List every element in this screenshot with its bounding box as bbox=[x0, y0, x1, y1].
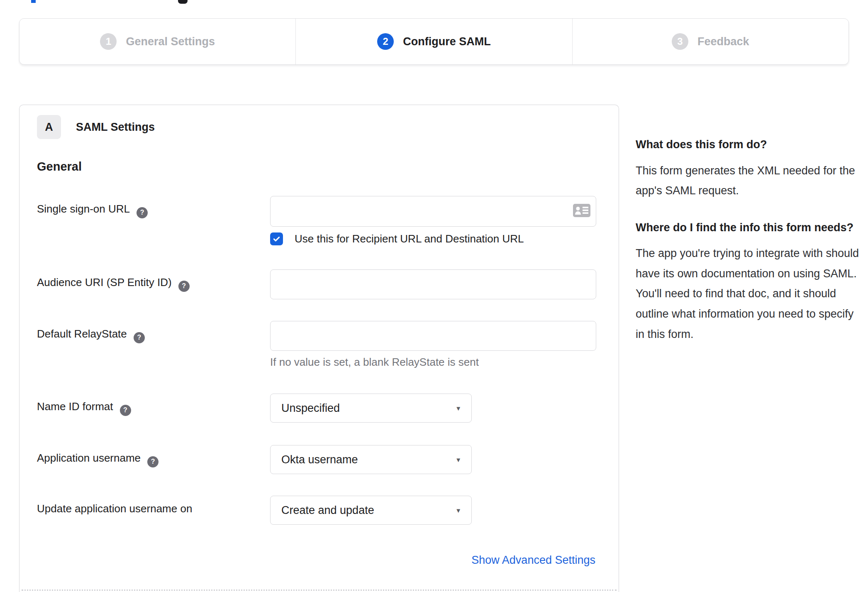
step-3-number-badge: 3 bbox=[672, 33, 688, 50]
setup-wizard-stepper: 1 General Settings 2 Configure SAML 3 Fe… bbox=[19, 18, 849, 65]
updateuser-label-col: Update application username on bbox=[37, 496, 270, 525]
audience-label-col: Audience URI (SP Entity ID)? bbox=[37, 269, 270, 299]
relay-label-col: Default RelayState? bbox=[37, 321, 270, 369]
update-app-username-select[interactable]: Create and update ▼ bbox=[270, 496, 472, 525]
sidebar-qa-2: Where do I find the info this form needs… bbox=[636, 219, 859, 344]
sso-url-input[interactable] bbox=[270, 196, 596, 227]
update-app-username-value: Create and update bbox=[281, 504, 455, 517]
step-general-settings[interactable]: 1 General Settings bbox=[20, 19, 295, 64]
chevron-down-icon: ▼ bbox=[455, 405, 461, 412]
sidebar-question-1: What does this form do? bbox=[636, 136, 859, 153]
field-row-default-relaystate: Default RelayState? If no value is set, … bbox=[37, 321, 595, 369]
step-2-number-badge: 2 bbox=[377, 33, 394, 50]
sso-help-icon[interactable]: ? bbox=[137, 207, 148, 218]
chevron-down-icon: ▼ bbox=[455, 456, 461, 463]
relay-help-icon[interactable]: ? bbox=[134, 332, 145, 343]
saml-settings-panel: A SAML Settings General Single sign-on U… bbox=[19, 105, 619, 592]
section-header: A SAML Settings bbox=[37, 115, 595, 139]
relaystate-helper-text: If no value is set, a blank RelayState i… bbox=[270, 356, 596, 369]
recipient-url-checkbox-row: Use this for Recipient URL and Destinati… bbox=[270, 232, 596, 245]
sso-label-col: Single sign-on URL? bbox=[37, 196, 270, 245]
audience-help-icon[interactable]: ? bbox=[178, 281, 190, 292]
nameid-label-col: Name ID format? bbox=[37, 394, 270, 423]
contact-card-icon[interactable] bbox=[573, 204, 590, 219]
updateuser-label: Update application username on bbox=[37, 502, 192, 515]
relay-label: Default RelayState bbox=[37, 328, 127, 340]
default-relaystate-input[interactable] bbox=[270, 321, 596, 351]
section-divider-dashed bbox=[22, 590, 617, 591]
step-feedback[interactable]: 3 Feedback bbox=[572, 19, 848, 64]
field-row-application-username: Application username? Okta username ▼ bbox=[37, 445, 595, 474]
show-advanced-settings-link[interactable]: Show Advanced Settings bbox=[471, 554, 595, 566]
name-id-format-select[interactable]: Unspecified ▼ bbox=[270, 394, 472, 423]
section-title: SAML Settings bbox=[76, 121, 155, 134]
application-username-select[interactable]: Okta username ▼ bbox=[270, 445, 472, 474]
advanced-settings-row: Show Advanced Settings bbox=[37, 554, 595, 567]
cutoff-dark-icon-fragment bbox=[178, 0, 188, 4]
step-1-number-badge: 1 bbox=[100, 33, 117, 50]
step-1-label: General Settings bbox=[126, 35, 215, 48]
section-a-badge: A bbox=[37, 115, 61, 139]
sidebar-question-2: Where do I find the info this form needs… bbox=[636, 219, 859, 236]
appuser-label-col: Application username? bbox=[37, 445, 270, 474]
sso-label: Single sign-on URL bbox=[37, 203, 130, 215]
field-row-name-id-format: Name ID format? Unspecified ▼ bbox=[37, 394, 595, 423]
recipient-url-checkbox[interactable] bbox=[270, 232, 283, 245]
cutoff-blue-fragment bbox=[31, 0, 36, 3]
application-username-value: Okta username bbox=[281, 453, 455, 466]
appuser-label: Application username bbox=[37, 452, 141, 464]
name-id-format-value: Unspecified bbox=[281, 402, 455, 415]
sidebar-answer-2: The app you're trying to integrate with … bbox=[636, 243, 859, 344]
appuser-help-icon[interactable]: ? bbox=[147, 456, 158, 467]
audience-label: Audience URI (SP Entity ID) bbox=[37, 276, 172, 289]
step-3-label: Feedback bbox=[697, 35, 749, 48]
audience-uri-input[interactable] bbox=[270, 269, 596, 299]
chevron-down-icon: ▼ bbox=[455, 507, 461, 514]
sidebar-answer-1: This form generates the XML needed for t… bbox=[636, 161, 859, 201]
help-sidebar: What does this form do? This form genera… bbox=[636, 136, 859, 344]
recipient-url-checkbox-label: Use this for Recipient URL and Destinati… bbox=[295, 232, 524, 245]
nameid-help-icon[interactable]: ? bbox=[120, 405, 131, 416]
field-row-update-app-username: Update application username on Create an… bbox=[37, 496, 595, 525]
sidebar-qa-1: What does this form do? This form genera… bbox=[636, 136, 859, 201]
step-2-label: Configure SAML bbox=[403, 35, 490, 48]
general-group-title: General bbox=[37, 160, 595, 174]
field-row-audience-uri: Audience URI (SP Entity ID)? bbox=[37, 269, 595, 299]
nameid-label: Name ID format bbox=[37, 400, 113, 413]
step-configure-saml[interactable]: 2 Configure SAML bbox=[295, 19, 572, 64]
field-row-single-sign-on-url: Single sign-on URL? bbox=[37, 196, 595, 245]
